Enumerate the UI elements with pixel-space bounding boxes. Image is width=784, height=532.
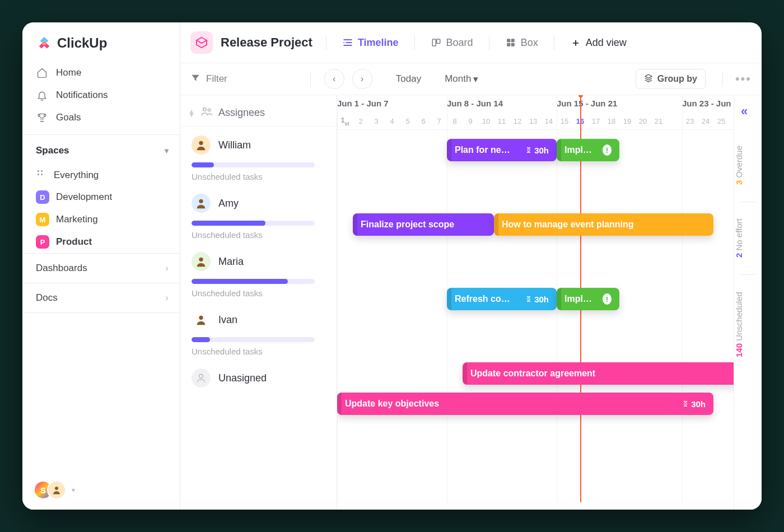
task-label: How to manage event planning xyxy=(502,220,634,230)
space-item[interactable]: DDevelopment xyxy=(22,186,180,208)
clickup-logo-icon xyxy=(36,35,53,52)
day-label: 5 xyxy=(400,117,416,125)
rail-unscheduled[interactable]: 140 Unscheduled xyxy=(734,280,762,370)
sort-icon[interactable]: ▲▼ xyxy=(188,110,195,116)
svg-point-15 xyxy=(199,258,203,262)
assignee-name: Unasigned xyxy=(218,372,267,384)
svg-rect-7 xyxy=(507,39,510,42)
day-label: 21 xyxy=(651,117,666,125)
svg-point-1 xyxy=(41,170,43,172)
next-button[interactable]: › xyxy=(352,69,372,89)
today-button[interactable]: Today xyxy=(396,73,421,85)
assignee-name: Amy xyxy=(218,198,239,209)
add-view[interactable]: ＋ Add view xyxy=(568,35,629,51)
assignee-row[interactable]: MariaUnscheduled tasks xyxy=(180,243,337,301)
day-label: 10 xyxy=(478,117,494,125)
unscheduled-label: Unscheduled tasks xyxy=(192,172,329,181)
rail-noeffort[interactable]: 2 No effort xyxy=(734,207,762,269)
task-bar[interactable]: Implem..! xyxy=(557,288,619,310)
home-icon xyxy=(36,67,48,79)
task-label: Finalize project scope xyxy=(361,220,454,230)
chevron-down-icon: ▾ xyxy=(473,73,478,85)
day-label: 25 xyxy=(713,117,729,125)
filter-button[interactable]: Filter xyxy=(190,73,227,85)
nav-home[interactable]: Home xyxy=(22,62,180,84)
space-everything[interactable]: Everything xyxy=(22,164,180,186)
nav-notifications[interactable]: Notifications xyxy=(22,84,180,106)
unscheduled-label: Unscheduled tasks xyxy=(192,288,329,298)
task-bar[interactable]: Update contractor agreement xyxy=(463,362,734,385)
user-avatars[interactable]: S xyxy=(34,480,66,500)
svg-rect-5 xyxy=(432,39,436,46)
space-item[interactable]: PProduct xyxy=(22,231,180,253)
day-label: 17 xyxy=(588,117,604,125)
avatar xyxy=(192,310,211,329)
svg-point-4 xyxy=(55,487,58,490)
svg-rect-9 xyxy=(507,43,510,46)
view-tab-box[interactable]: Box xyxy=(503,35,540,51)
task-label: Refresh compan… xyxy=(455,294,514,304)
project-title: Release Project xyxy=(221,35,312,50)
day-label: 12 xyxy=(510,117,525,125)
day-label: 18 xyxy=(604,117,619,125)
task-estimate: 30h xyxy=(682,399,706,409)
task-bar[interactable]: Implem..! xyxy=(557,139,619,161)
range-select[interactable]: Month ▾ xyxy=(445,73,478,85)
right-rail: « 3 Overdue 2 No effort 140 Unscheduled xyxy=(734,95,762,510)
bell-icon xyxy=(36,89,48,101)
space-badge: D xyxy=(36,190,49,204)
chevron-down-icon: ▾ xyxy=(165,146,169,155)
people-icon xyxy=(200,105,213,120)
svg-point-0 xyxy=(38,170,39,172)
svg-point-3 xyxy=(41,174,43,175)
day-label: 2 xyxy=(353,117,368,125)
view-tab-board[interactable]: Board xyxy=(428,35,475,51)
nav-goals[interactable]: Goals xyxy=(22,106,180,129)
rail-overdue[interactable]: 3 Overdue xyxy=(734,134,762,196)
brand: ClickUp xyxy=(22,22,180,62)
day-label: 20 xyxy=(635,117,651,125)
svg-point-17 xyxy=(199,374,203,378)
gantt-lane xyxy=(337,428,734,467)
avatar xyxy=(192,252,211,271)
task-label: Plan for next year xyxy=(455,145,514,155)
more-menu[interactable]: ••• xyxy=(735,72,752,86)
assignee-name: Ivan xyxy=(218,314,237,326)
assignee-row[interactable]: AmyUnscheduled tasks xyxy=(180,185,337,243)
view-tab-timeline[interactable]: Timeline xyxy=(340,35,401,51)
main: Release Project Timeline Board Box ＋ Add… xyxy=(180,22,762,510)
week-label: Jun 23 - Jun xyxy=(682,99,731,108)
space-item[interactable]: MMarketing xyxy=(22,208,180,231)
sidebar-footer: S ▾ xyxy=(22,470,180,510)
svg-point-2 xyxy=(38,174,39,175)
board-icon xyxy=(431,37,442,48)
task-bar[interactable]: How to manage event planning xyxy=(494,213,713,236)
nav-docs[interactable]: Docs › xyxy=(22,283,180,313)
day-label: 6 xyxy=(416,117,431,125)
task-bar[interactable]: Update key objectives30h xyxy=(337,393,713,415)
assignee-row[interactable]: IvanUnscheduled tasks xyxy=(180,301,337,360)
nav-dashboards[interactable]: Dashboards › xyxy=(22,253,180,283)
svg-rect-8 xyxy=(511,39,514,42)
warning-icon: ! xyxy=(603,293,612,305)
avatar xyxy=(192,368,211,388)
avatar xyxy=(192,136,211,155)
workload-bar xyxy=(192,221,315,226)
task-bar[interactable]: Finalize project scope xyxy=(353,213,494,236)
group-by-button[interactable]: Group by xyxy=(636,69,706,89)
task-bar[interactable]: Refresh compan…30h xyxy=(447,288,557,310)
toolbar: Filter ‹ › Today Month ▾ Group by ••• xyxy=(180,63,762,95)
topbar: Release Project Timeline Board Box ＋ Add… xyxy=(180,22,762,63)
collapse-rail-icon[interactable]: « xyxy=(741,104,748,119)
task-bar[interactable]: Plan for next year30h xyxy=(447,139,557,161)
gantt-lane: Plan for next year30hImplem..! xyxy=(337,130,734,204)
assignee-row[interactable]: WilliamUnscheduled tasks xyxy=(180,127,337,185)
prev-button[interactable]: ‹ xyxy=(324,69,344,89)
workload-bar xyxy=(192,279,315,284)
chevron-down-icon[interactable]: ▾ xyxy=(72,486,75,494)
assignee-row[interactable]: Unasigned xyxy=(180,360,337,391)
day-label: 8 xyxy=(447,117,463,125)
timeline: ▲▼ Assignees WilliamUnscheduled tasksAmy… xyxy=(180,95,762,510)
spaces-section[interactable]: Spaces ▾ xyxy=(22,137,180,164)
plus-icon: ＋ xyxy=(570,37,581,48)
